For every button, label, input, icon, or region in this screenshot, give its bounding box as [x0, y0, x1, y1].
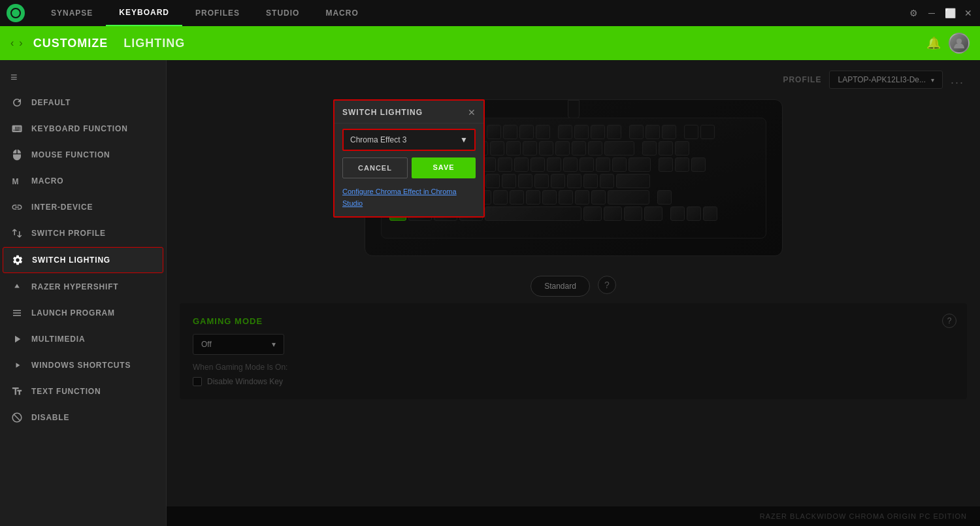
razer-logo [7, 4, 25, 22]
back-arrow[interactable]: ‹ [10, 37, 14, 49]
sidebar-label-switch-lighting: SWITCH LIGHTING [32, 255, 110, 265]
sidebar-label-multimedia: MULTIMEDIA [31, 335, 85, 344]
dialog-title: SWITCH LIGHTING [342, 108, 423, 117]
sidebar-item-razer-hypershift[interactable]: RAZER HYPERSHIFT [0, 274, 166, 300]
launch-icon [10, 306, 24, 320]
title-bar: SYNAPSE KEYBOARD PROFILES STUDIO MACRO ⚙… [0, 0, 980, 26]
lighting-effect-dropdown[interactable]: Chroma Effect 3 ▼ [344, 130, 474, 150]
settings-icon[interactable]: ⚙ [908, 8, 919, 18]
sidebar-item-disable[interactable]: DISABLE [0, 404, 166, 431]
sidebar-label-windows-shortcuts: WINDOWS SHORTCUTS [31, 361, 131, 370]
tab-synapse[interactable]: SYNAPSE [38, 0, 106, 26]
header-right: 🔔 [926, 33, 970, 54]
tab-profiles[interactable]: PROFILES [182, 0, 253, 26]
sidebar-label-launch-program: LAUNCH PROGRAM [31, 308, 115, 318]
cancel-button[interactable]: CANCEL [342, 157, 408, 178]
window-controls: ⚙ ─ ⬜ ✕ [908, 8, 973, 18]
sidebar-label-inter-device: INTER-DEVICE [31, 203, 93, 212]
sidebar-item-macro[interactable]: M MACRO [0, 168, 166, 194]
close-button[interactable]: ✕ [963, 8, 973, 18]
menu-toggle-button[interactable]: ≡ [0, 65, 166, 90]
forward-arrow[interactable]: › [19, 37, 22, 49]
dialog-header: SWITCH LIGHTING ✕ [335, 101, 483, 123]
hypershift-icon [10, 280, 24, 293]
dropdown-arrow-icon: ▼ [460, 135, 468, 144]
sidebar-item-default[interactable]: DEFAULT [0, 90, 166, 116]
sidebar-item-mouse-function[interactable]: MOUSE FUNCTION [0, 142, 166, 168]
sidebar-label-switch-profile: SWITCH PROFILE [31, 229, 106, 238]
sidebar-item-inter-device[interactable]: INTER-DEVICE [0, 194, 166, 220]
sidebar: ≡ DEFAULT KEYBOARD FUNCTION MOUSE FUNCTI… [0, 60, 167, 526]
content-area: PROFILE LAPTOP-APK12LI3-De... ▾ ... [167, 60, 980, 526]
sidebar-item-launch-program[interactable]: LAUNCH PROGRAM [0, 300, 166, 326]
sidebar-label-macro: MACRO [31, 176, 63, 186]
tab-macro[interactable]: MACRO [312, 0, 371, 26]
mouse-icon [10, 148, 24, 161]
multimedia-icon [10, 333, 24, 346]
breadcrumb-title: CUSTOMIZE [33, 37, 108, 50]
lighting-effect-value: Chroma Effect 3 [350, 135, 406, 144]
lighting-effect-dropdown-wrapper: Chroma Effect 3 ▼ [342, 129, 476, 151]
sidebar-label-mouse-function: MOUSE FUNCTION [31, 150, 110, 159]
dialog-body: Chroma Effect 3 ▼ CANCEL SAVE Configure … [335, 123, 483, 216]
link-icon [10, 201, 24, 214]
gear-icon [11, 254, 24, 267]
save-button[interactable]: SAVE [412, 157, 476, 178]
sidebar-item-switch-lighting[interactable]: SWITCH LIGHTING [3, 247, 163, 273]
text-icon [10, 385, 24, 398]
modal-overlay [167, 60, 980, 526]
header-bar: ‹ › CUSTOMIZE LIGHTING 🔔 [0, 26, 980, 60]
notification-bell-icon[interactable]: 🔔 [926, 36, 941, 50]
switch-lighting-dialog: SWITCH LIGHTING ✕ Chroma Effect 3 ▼ CANC… [333, 99, 485, 218]
svg-point-0 [956, 39, 962, 44]
disable-icon [10, 411, 24, 424]
sidebar-label-default: DEFAULT [31, 98, 71, 107]
main-layout: ≡ DEFAULT KEYBOARD FUNCTION MOUSE FUNCTI… [0, 60, 980, 526]
sidebar-label-razer-hypershift: RAZER HYPERSHIFT [31, 282, 118, 291]
tab-keyboard[interactable]: KEYBOARD [106, 0, 182, 26]
macro-icon: M [10, 174, 24, 188]
sidebar-item-windows-shortcuts[interactable]: WINDOWS SHORTCUTS [0, 352, 166, 378]
user-avatar[interactable] [949, 33, 970, 54]
sidebar-item-keyboard-function[interactable]: KEYBOARD FUNCTION [0, 116, 166, 142]
dialog-button-row: CANCEL SAVE [342, 157, 476, 178]
maximize-button[interactable]: ⬜ [945, 8, 955, 18]
tab-studio[interactable]: STUDIO [253, 0, 312, 26]
sidebar-item-switch-profile[interactable]: SWITCH PROFILE [0, 220, 166, 246]
dialog-close-button[interactable]: ✕ [468, 107, 476, 118]
windows-shortcuts-icon [10, 359, 24, 372]
sidebar-label-disable: DISABLE [31, 413, 69, 422]
switch-profile-icon [10, 227, 24, 240]
configure-chroma-link[interactable]: Configure Chroma Effect in Chroma Studio [342, 188, 457, 207]
sidebar-label-text-function: TEXT FUNCTION [31, 387, 101, 396]
sidebar-item-text-function[interactable]: TEXT FUNCTION [0, 378, 166, 404]
breadcrumb-subtitle: LIGHTING [123, 37, 185, 50]
nav-arrows: ‹ › [10, 37, 23, 49]
nav-tabs: SYNAPSE KEYBOARD PROFILES STUDIO MACRO [38, 0, 895, 26]
sidebar-label-keyboard-function: KEYBOARD FUNCTION [31, 124, 128, 133]
minimize-button[interactable]: ─ [926, 8, 937, 18]
sidebar-item-multimedia[interactable]: MULTIMEDIA [0, 326, 166, 352]
svg-text:M: M [12, 177, 20, 186]
refresh-icon [10, 96, 24, 109]
keyboard-icon [10, 122, 24, 135]
